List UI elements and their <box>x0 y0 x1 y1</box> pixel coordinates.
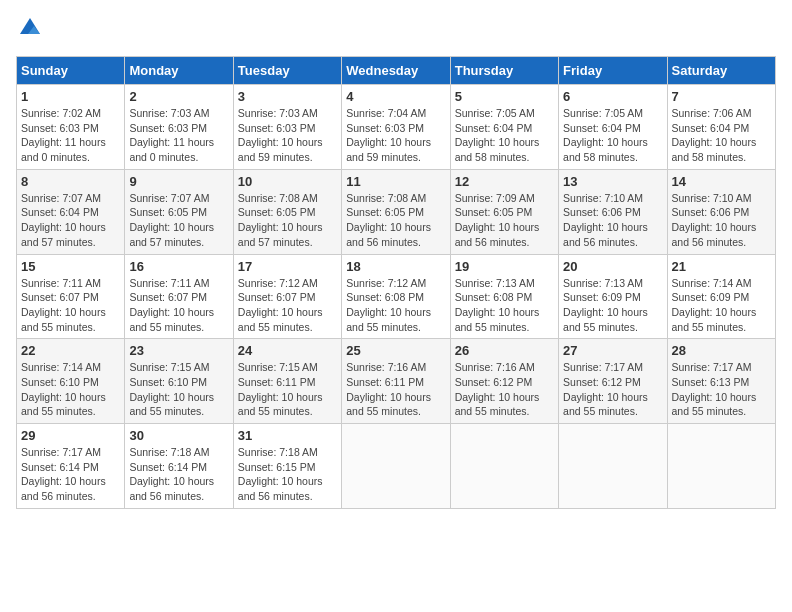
day-info: Sunrise: 7:03 AM Sunset: 6:03 PM Dayligh… <box>129 106 228 165</box>
calendar-week-2: 8 Sunrise: 7:07 AM Sunset: 6:04 PM Dayli… <box>17 169 776 254</box>
calendar-cell: 10 Sunrise: 7:08 AM Sunset: 6:05 PM Dayl… <box>233 169 341 254</box>
calendar-cell: 14 Sunrise: 7:10 AM Sunset: 6:06 PM Dayl… <box>667 169 775 254</box>
calendar-cell: 3 Sunrise: 7:03 AM Sunset: 6:03 PM Dayli… <box>233 85 341 170</box>
page-header <box>16 16 776 44</box>
day-number: 23 <box>129 343 228 358</box>
calendar-cell: 25 Sunrise: 7:16 AM Sunset: 6:11 PM Dayl… <box>342 339 450 424</box>
day-info: Sunrise: 7:18 AM Sunset: 6:14 PM Dayligh… <box>129 445 228 504</box>
day-number: 20 <box>563 259 662 274</box>
day-number: 2 <box>129 89 228 104</box>
weekday-header-sunday: Sunday <box>17 57 125 85</box>
weekday-header-wednesday: Wednesday <box>342 57 450 85</box>
day-info: Sunrise: 7:17 AM Sunset: 6:14 PM Dayligh… <box>21 445 120 504</box>
calendar-cell: 18 Sunrise: 7:12 AM Sunset: 6:08 PM Dayl… <box>342 254 450 339</box>
day-number: 1 <box>21 89 120 104</box>
calendar-cell: 30 Sunrise: 7:18 AM Sunset: 6:14 PM Dayl… <box>125 424 233 509</box>
day-info: Sunrise: 7:15 AM Sunset: 6:11 PM Dayligh… <box>238 360 337 419</box>
day-number: 31 <box>238 428 337 443</box>
day-info: Sunrise: 7:11 AM Sunset: 6:07 PM Dayligh… <box>129 276 228 335</box>
day-number: 12 <box>455 174 554 189</box>
calendar-header-row: SundayMondayTuesdayWednesdayThursdayFrid… <box>17 57 776 85</box>
day-number: 25 <box>346 343 445 358</box>
calendar-cell <box>667 424 775 509</box>
calendar-week-4: 22 Sunrise: 7:14 AM Sunset: 6:10 PM Dayl… <box>17 339 776 424</box>
day-number: 4 <box>346 89 445 104</box>
calendar-cell <box>559 424 667 509</box>
day-number: 18 <box>346 259 445 274</box>
day-number: 24 <box>238 343 337 358</box>
day-number: 30 <box>129 428 228 443</box>
calendar-cell: 23 Sunrise: 7:15 AM Sunset: 6:10 PM Dayl… <box>125 339 233 424</box>
calendar-cell: 8 Sunrise: 7:07 AM Sunset: 6:04 PM Dayli… <box>17 169 125 254</box>
day-info: Sunrise: 7:07 AM Sunset: 6:05 PM Dayligh… <box>129 191 228 250</box>
calendar-cell: 20 Sunrise: 7:13 AM Sunset: 6:09 PM Dayl… <box>559 254 667 339</box>
calendar-cell: 27 Sunrise: 7:17 AM Sunset: 6:12 PM Dayl… <box>559 339 667 424</box>
calendar-cell: 11 Sunrise: 7:08 AM Sunset: 6:05 PM Dayl… <box>342 169 450 254</box>
weekday-header-monday: Monday <box>125 57 233 85</box>
calendar-week-5: 29 Sunrise: 7:17 AM Sunset: 6:14 PM Dayl… <box>17 424 776 509</box>
calendar-cell: 12 Sunrise: 7:09 AM Sunset: 6:05 PM Dayl… <box>450 169 558 254</box>
day-info: Sunrise: 7:10 AM Sunset: 6:06 PM Dayligh… <box>672 191 771 250</box>
day-info: Sunrise: 7:05 AM Sunset: 6:04 PM Dayligh… <box>455 106 554 165</box>
day-number: 29 <box>21 428 120 443</box>
calendar-cell: 28 Sunrise: 7:17 AM Sunset: 6:13 PM Dayl… <box>667 339 775 424</box>
day-number: 17 <box>238 259 337 274</box>
day-number: 19 <box>455 259 554 274</box>
day-number: 26 <box>455 343 554 358</box>
calendar-week-1: 1 Sunrise: 7:02 AM Sunset: 6:03 PM Dayli… <box>17 85 776 170</box>
day-number: 22 <box>21 343 120 358</box>
day-number: 8 <box>21 174 120 189</box>
logo-icon <box>18 16 42 40</box>
day-number: 9 <box>129 174 228 189</box>
day-info: Sunrise: 7:15 AM Sunset: 6:10 PM Dayligh… <box>129 360 228 419</box>
calendar-cell <box>450 424 558 509</box>
day-number: 3 <box>238 89 337 104</box>
day-info: Sunrise: 7:04 AM Sunset: 6:03 PM Dayligh… <box>346 106 445 165</box>
calendar-cell: 17 Sunrise: 7:12 AM Sunset: 6:07 PM Dayl… <box>233 254 341 339</box>
day-info: Sunrise: 7:16 AM Sunset: 6:11 PM Dayligh… <box>346 360 445 419</box>
day-info: Sunrise: 7:11 AM Sunset: 6:07 PM Dayligh… <box>21 276 120 335</box>
day-info: Sunrise: 7:13 AM Sunset: 6:09 PM Dayligh… <box>563 276 662 335</box>
day-number: 14 <box>672 174 771 189</box>
day-info: Sunrise: 7:06 AM Sunset: 6:04 PM Dayligh… <box>672 106 771 165</box>
day-number: 28 <box>672 343 771 358</box>
day-number: 6 <box>563 89 662 104</box>
calendar-cell: 26 Sunrise: 7:16 AM Sunset: 6:12 PM Dayl… <box>450 339 558 424</box>
calendar-cell: 16 Sunrise: 7:11 AM Sunset: 6:07 PM Dayl… <box>125 254 233 339</box>
day-info: Sunrise: 7:12 AM Sunset: 6:08 PM Dayligh… <box>346 276 445 335</box>
day-number: 13 <box>563 174 662 189</box>
calendar-cell: 13 Sunrise: 7:10 AM Sunset: 6:06 PM Dayl… <box>559 169 667 254</box>
day-info: Sunrise: 7:16 AM Sunset: 6:12 PM Dayligh… <box>455 360 554 419</box>
logo <box>16 16 42 44</box>
day-info: Sunrise: 7:17 AM Sunset: 6:12 PM Dayligh… <box>563 360 662 419</box>
calendar-week-3: 15 Sunrise: 7:11 AM Sunset: 6:07 PM Dayl… <box>17 254 776 339</box>
calendar-body: 1 Sunrise: 7:02 AM Sunset: 6:03 PM Dayli… <box>17 85 776 509</box>
day-number: 5 <box>455 89 554 104</box>
day-info: Sunrise: 7:13 AM Sunset: 6:08 PM Dayligh… <box>455 276 554 335</box>
calendar-cell: 6 Sunrise: 7:05 AM Sunset: 6:04 PM Dayli… <box>559 85 667 170</box>
day-number: 7 <box>672 89 771 104</box>
day-info: Sunrise: 7:02 AM Sunset: 6:03 PM Dayligh… <box>21 106 120 165</box>
day-info: Sunrise: 7:03 AM Sunset: 6:03 PM Dayligh… <box>238 106 337 165</box>
calendar-cell: 5 Sunrise: 7:05 AM Sunset: 6:04 PM Dayli… <box>450 85 558 170</box>
weekday-header-friday: Friday <box>559 57 667 85</box>
calendar-cell: 19 Sunrise: 7:13 AM Sunset: 6:08 PM Dayl… <box>450 254 558 339</box>
calendar-cell: 15 Sunrise: 7:11 AM Sunset: 6:07 PM Dayl… <box>17 254 125 339</box>
calendar-cell: 7 Sunrise: 7:06 AM Sunset: 6:04 PM Dayli… <box>667 85 775 170</box>
day-info: Sunrise: 7:17 AM Sunset: 6:13 PM Dayligh… <box>672 360 771 419</box>
calendar-cell: 4 Sunrise: 7:04 AM Sunset: 6:03 PM Dayli… <box>342 85 450 170</box>
day-info: Sunrise: 7:08 AM Sunset: 6:05 PM Dayligh… <box>346 191 445 250</box>
calendar-cell <box>342 424 450 509</box>
day-number: 11 <box>346 174 445 189</box>
weekday-header-saturday: Saturday <box>667 57 775 85</box>
calendar-cell: 31 Sunrise: 7:18 AM Sunset: 6:15 PM Dayl… <box>233 424 341 509</box>
calendar-cell: 24 Sunrise: 7:15 AM Sunset: 6:11 PM Dayl… <box>233 339 341 424</box>
calendar-cell: 21 Sunrise: 7:14 AM Sunset: 6:09 PM Dayl… <box>667 254 775 339</box>
calendar-cell: 1 Sunrise: 7:02 AM Sunset: 6:03 PM Dayli… <box>17 85 125 170</box>
day-info: Sunrise: 7:05 AM Sunset: 6:04 PM Dayligh… <box>563 106 662 165</box>
day-number: 27 <box>563 343 662 358</box>
weekday-header-tuesday: Tuesday <box>233 57 341 85</box>
day-number: 15 <box>21 259 120 274</box>
calendar-cell: 29 Sunrise: 7:17 AM Sunset: 6:14 PM Dayl… <box>17 424 125 509</box>
day-number: 16 <box>129 259 228 274</box>
